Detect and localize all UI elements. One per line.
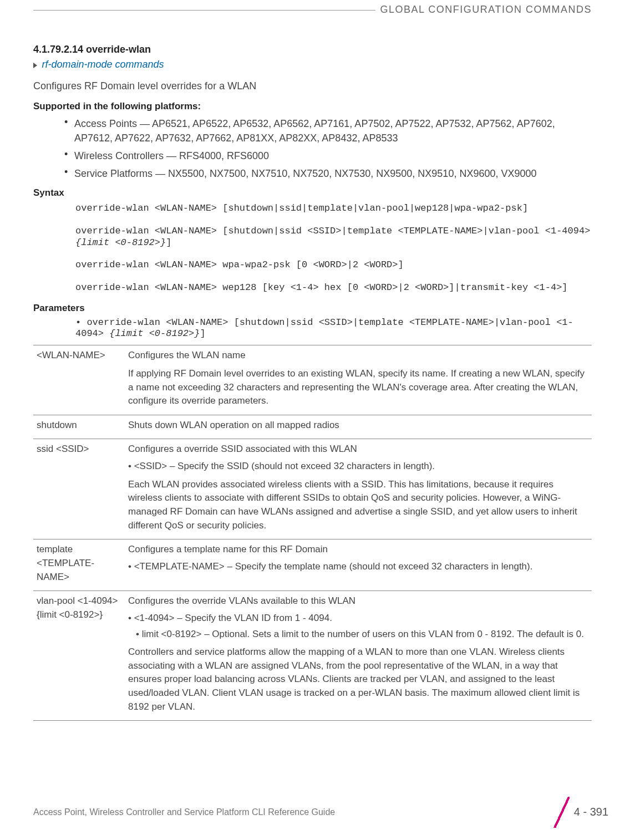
param-desc: Configures a template name for this RF D… xyxy=(125,539,592,591)
parameters-heading: Parameters xyxy=(33,303,592,314)
list-item: •Access Points — AP6521, AP6522, AP6532,… xyxy=(64,116,592,145)
platform-text: Service Platforms — NX5500, NX7500, NX75… xyxy=(74,166,537,181)
page-footer: Access Point, Wireless Controller and Se… xyxy=(33,800,625,824)
param-desc: Configures the override VLANs available … xyxy=(125,591,592,721)
supported-heading: Supported in the following platforms: xyxy=(33,101,592,112)
param-name: vlan-pool <1-4094> {limit <0-8192>} xyxy=(33,591,125,721)
param-name: ssid <SSID> xyxy=(33,439,125,539)
breadcrumb-link-line: rf-domain-mode commands xyxy=(33,59,592,70)
page-container: GLOBAL CONFIGURATION COMMANDS 4.1.79.2.1… xyxy=(0,0,625,840)
param-name: template <TEMPLATE-NAME> xyxy=(33,539,125,591)
breadcrumb-link[interactable]: rf-domain-mode commands xyxy=(42,59,164,70)
platform-text: Wireless Controllers — RFS4000, RFS6000 xyxy=(74,149,269,163)
table-row: vlan-pool <1-4094> {limit <0-8192>} Conf… xyxy=(33,591,592,721)
header-rule: GLOBAL CONFIGURATION COMMANDS xyxy=(33,10,592,11)
arrow-right-icon xyxy=(33,63,37,68)
running-header: GLOBAL CONFIGURATION COMMANDS xyxy=(375,4,592,16)
footer-guide-title: Access Point, Wireless Controller and Se… xyxy=(33,807,553,817)
platform-list: •Access Points — AP6521, AP6522, AP6532,… xyxy=(64,116,592,181)
param-name: shutdown xyxy=(33,415,125,439)
table-row: shutdown Shuts down WLAN operation on al… xyxy=(33,415,592,439)
param-name: <WLAN-NAME> xyxy=(33,345,125,415)
table-row: ssid <SSID> Configures a override SSID a… xyxy=(33,439,592,539)
parameters-table: <WLAN-NAME> Configures the WLAN name If … xyxy=(33,345,592,721)
page-number: 4 - 391 xyxy=(574,806,608,818)
param-desc: Configures a override SSID associated wi… xyxy=(125,439,592,539)
platform-text: Access Points — AP6521, AP6522, AP6532, … xyxy=(74,116,592,145)
section-heading: 4.1.79.2.14 override-wlan xyxy=(33,44,592,55)
param-desc: Configures the WLAN name If applying RF … xyxy=(125,345,592,415)
slash-icon xyxy=(553,797,570,828)
syntax-code: override-wlan <WLAN-NAME> [shutdown|ssid… xyxy=(75,203,592,293)
parameter-command: • override-wlan <WLAN-NAME> [shutdown|ss… xyxy=(75,317,592,340)
table-row: <WLAN-NAME> Configures the WLAN name If … xyxy=(33,345,592,415)
param-desc: Shuts down WLAN operation on all mapped … xyxy=(125,415,592,439)
list-item: •Service Platforms — NX5500, NX7500, NX7… xyxy=(64,166,592,181)
page-number-badge: 4 - 391 xyxy=(553,800,625,824)
intro-text: Configures RF Domain level overrides for… xyxy=(33,80,592,92)
table-row: template <TEMPLATE-NAME> Configures a te… xyxy=(33,539,592,591)
syntax-heading: Syntax xyxy=(33,187,592,198)
list-item: •Wireless Controllers — RFS4000, RFS6000 xyxy=(64,149,592,163)
